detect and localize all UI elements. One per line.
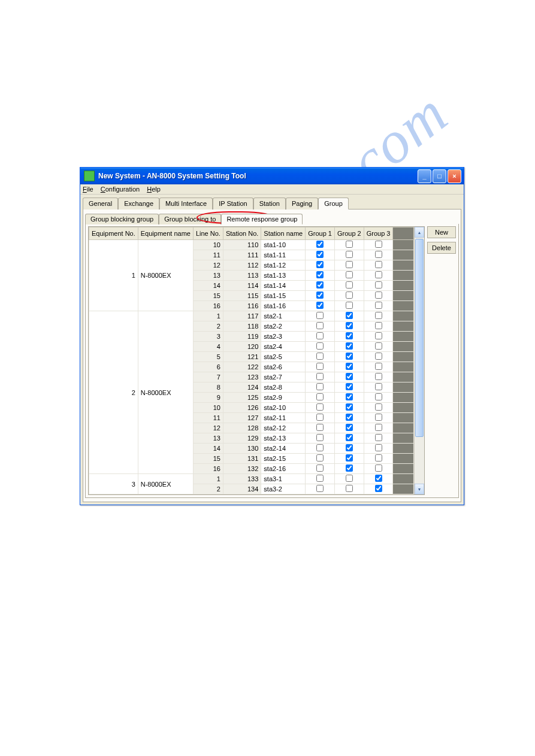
checkbox-g3[interactable]: [375, 424, 382, 431]
tab-ip-station[interactable]: IP Station: [213, 198, 253, 210]
menu-configuration[interactable]: Configuration: [101, 186, 140, 193]
checkbox-g3[interactable]: [375, 373, 382, 380]
checkbox-g1[interactable]: [316, 342, 324, 350]
checkbox-g3[interactable]: [375, 271, 382, 278]
col-line-no[interactable]: Line No.: [193, 227, 223, 240]
checkbox-g3[interactable]: [375, 251, 382, 258]
new-button[interactable]: New: [427, 226, 456, 238]
checkbox-g3[interactable]: [375, 281, 382, 289]
scroll-down-button[interactable]: ▾: [415, 484, 424, 494]
checkbox-g1[interactable]: [316, 475, 324, 482]
checkbox-g2[interactable]: [346, 373, 353, 380]
checkbox-g2[interactable]: [346, 241, 353, 248]
checkbox-g3[interactable]: [375, 261, 382, 268]
close-button[interactable]: ×: [448, 169, 461, 183]
checkbox-g2[interactable]: [346, 434, 353, 441]
checkbox-g2[interactable]: [346, 464, 353, 472]
checkbox-g1[interactable]: [316, 464, 324, 472]
checkbox-g2[interactable]: [346, 281, 353, 289]
checkbox-g1[interactable]: [316, 434, 324, 441]
checkbox-g1[interactable]: [316, 353, 324, 360]
subtab-group-blocking-to[interactable]: Group blocking to: [159, 214, 221, 224]
col-equipment-name[interactable]: Equipment name: [138, 227, 193, 240]
minimize-button[interactable]: _: [418, 169, 431, 183]
checkbox-g1[interactable]: [316, 403, 324, 411]
tab-general[interactable]: General: [83, 198, 118, 210]
checkbox-g3[interactable]: [375, 403, 382, 411]
checkbox-g1[interactable]: [316, 383, 324, 390]
delete-button[interactable]: Delete: [427, 242, 456, 254]
col-group-2[interactable]: Group 2: [334, 227, 364, 240]
checkbox-g1[interactable]: [316, 332, 324, 339]
checkbox-g1[interactable]: [316, 302, 324, 309]
menu-file[interactable]: FFileile: [83, 186, 93, 193]
checkbox-g2[interactable]: [346, 485, 353, 492]
menu-help[interactable]: Help: [147, 186, 161, 193]
vertical-scrollbar[interactable]: ▴ ▾: [414, 227, 424, 494]
titlebar[interactable]: New System - AN-8000 System Setting Tool…: [80, 168, 464, 184]
tab-group[interactable]: Group: [318, 198, 349, 210]
checkbox-g2[interactable]: [346, 444, 353, 451]
checkbox-g2[interactable]: [346, 403, 353, 411]
checkbox-g1[interactable]: [316, 424, 324, 431]
checkbox-g3[interactable]: [375, 434, 382, 441]
checkbox-g1[interactable]: [316, 241, 324, 248]
checkbox-g2[interactable]: [346, 393, 353, 400]
scroll-thumb[interactable]: [415, 239, 424, 437]
checkbox-g3[interactable]: [375, 464, 382, 472]
checkbox-g2[interactable]: [346, 332, 353, 339]
checkbox-g2[interactable]: [346, 475, 353, 482]
checkbox-g2[interactable]: [346, 312, 353, 319]
col-station-no[interactable]: Station No.: [223, 227, 261, 240]
checkbox-g1[interactable]: [316, 373, 324, 380]
checkbox-g3[interactable]: [375, 454, 382, 462]
checkbox-g1[interactable]: [316, 444, 324, 451]
checkbox-g3[interactable]: [375, 312, 382, 319]
checkbox-g3[interactable]: [375, 383, 382, 390]
checkbox-g1[interactable]: [316, 251, 324, 258]
checkbox-g2[interactable]: [346, 414, 353, 421]
col-station-name[interactable]: Station name: [261, 227, 306, 240]
checkbox-g1[interactable]: [316, 322, 324, 329]
checkbox-g2[interactable]: [346, 322, 353, 329]
checkbox-g1[interactable]: [316, 292, 324, 299]
checkbox-g3[interactable]: [375, 342, 382, 350]
checkbox-g1[interactable]: [316, 414, 324, 421]
checkbox-g3[interactable]: [375, 302, 382, 309]
checkbox-g3[interactable]: [375, 414, 382, 421]
subtab-group-blocking-group[interactable]: Group blocking group: [85, 214, 159, 224]
tab-exchange[interactable]: Exchange: [118, 198, 159, 210]
col-group-1[interactable]: Group 1: [306, 227, 335, 240]
checkbox-g2[interactable]: [346, 292, 353, 299]
checkbox-g3[interactable]: [375, 363, 382, 370]
col-group-3[interactable]: Group 3: [364, 227, 393, 240]
checkbox-g3[interactable]: [375, 475, 382, 482]
checkbox-g2[interactable]: [346, 261, 353, 268]
checkbox-g3[interactable]: [375, 241, 382, 248]
checkbox-g2[interactable]: [346, 454, 353, 462]
checkbox-g2[interactable]: [346, 251, 353, 258]
checkbox-g1[interactable]: [316, 281, 324, 289]
tab-paging[interactable]: Paging: [286, 198, 318, 210]
checkbox-g1[interactable]: [316, 271, 324, 278]
tab-multi-interface[interactable]: Multi Interface: [159, 198, 213, 210]
checkbox-g3[interactable]: [375, 322, 382, 329]
checkbox-g1[interactable]: [316, 393, 324, 400]
checkbox-g1[interactable]: [316, 485, 324, 492]
subtab-remote-response-group[interactable]: Remote response group: [221, 214, 303, 224]
scroll-track[interactable]: [415, 238, 424, 484]
checkbox-g3[interactable]: [375, 485, 382, 492]
checkbox-g2[interactable]: [346, 363, 353, 370]
checkbox-g2[interactable]: [346, 353, 353, 360]
checkbox-g1[interactable]: [316, 312, 324, 319]
checkbox-g3[interactable]: [375, 332, 382, 339]
maximize-button[interactable]: □: [433, 169, 446, 183]
checkbox-g2[interactable]: [346, 424, 353, 431]
col-equipment-no[interactable]: Equipment No.: [89, 227, 138, 240]
checkbox-g3[interactable]: [375, 353, 382, 360]
checkbox-g1[interactable]: [316, 363, 324, 370]
checkbox-g1[interactable]: [316, 261, 324, 268]
checkbox-g3[interactable]: [375, 444, 382, 451]
checkbox-g2[interactable]: [346, 342, 353, 350]
checkbox-g3[interactable]: [375, 292, 382, 299]
